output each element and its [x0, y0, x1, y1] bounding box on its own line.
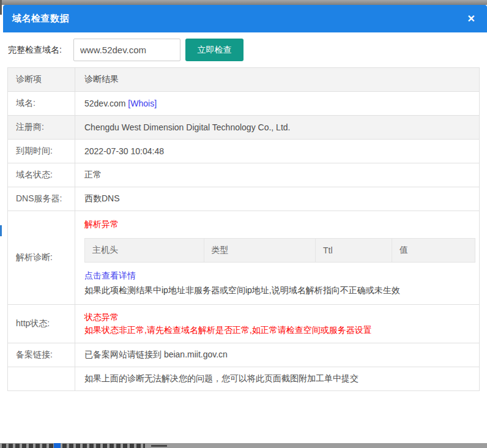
check-form: 完整检查域名: 立即检查 — [3, 32, 487, 67]
dns-records-header-row: 主机头 类型 Ttl 值 — [85, 239, 475, 263]
background-page-corner-fragment — [0, 0, 2, 15]
modal-title: 域名检查数据 — [12, 13, 69, 24]
resolve-status: 解析异常 — [84, 219, 473, 230]
whois-link[interactable]: [Whois] — [128, 99, 157, 108]
row-label: 域名状态: — [8, 163, 75, 187]
close-icon[interactable]: ✕ — [465, 13, 478, 25]
row-label: 到期时间: — [8, 140, 75, 163]
http-status: 状态异常 — [84, 311, 473, 324]
table-row-beian: 备案链接: 已备案网站请链接到 beian.miit.gov.cn — [8, 343, 480, 367]
column-header-item: 诊断项 — [8, 68, 75, 92]
table-row-http: http状态: 状态异常 如果状态非正常,请先检查域名解析是否正常,如正常请检查… — [8, 305, 480, 343]
modal-header: 域名检查数据 ✕ — [3, 5, 487, 32]
background-page-bottom-strip — [0, 443, 487, 448]
table-row-resolve: 解析诊断: 解析异常 主机头 类型 Ttl 值 点击查看详情 如果此项检测结果中… — [8, 211, 480, 305]
background-page-top-strip — [0, 0, 487, 5]
column-ttl: Ttl — [316, 239, 392, 263]
http-note: 如果状态非正常,请先检查域名解析是否正常,如正常请检查空间或服务器设置 — [84, 324, 473, 337]
column-header-result: 诊断结果 — [75, 68, 480, 92]
beian-value: 已备案网站请链接到 beian.miit.gov.cn — [75, 343, 480, 367]
http-result-cell: 状态异常 如果状态非正常,请先检查域名解析是否正常,如正常请检查空间或服务器设置 — [75, 305, 480, 343]
row-label: 注册商: — [8, 116, 75, 140]
clipped-blue-icon — [54, 443, 61, 448]
domain-input-label: 完整检查域名: — [8, 45, 73, 56]
diagnostics-table: 诊断项 诊断结果 域名: 52dev.com [Whois] 注册商: Chen… — [7, 67, 480, 391]
domain-value: 52dev.com — [84, 99, 125, 108]
check-now-button[interactable]: 立即检查 — [185, 39, 244, 61]
column-type: 类型 — [204, 239, 315, 263]
dns-value: 西数DNS — [75, 187, 480, 211]
row-label — [8, 367, 75, 391]
row-label: 解析诊断: — [8, 211, 75, 305]
column-host: 主机头 — [85, 239, 204, 263]
footer-note: 如果上面的诊断无法解决您的问题，您可以将此页面截图附加工单中提交 — [75, 367, 480, 391]
row-label: 备案链接: — [8, 343, 75, 367]
table-header-row: 诊断项 诊断结果 — [8, 68, 480, 92]
domain-status-value: 正常 — [75, 163, 480, 187]
row-label: http状态: — [8, 305, 75, 343]
domain-input[interactable] — [73, 39, 180, 61]
resolve-result-cell: 解析异常 主机头 类型 Ttl 值 点击查看详情 如果此项检测结果中ip地址非服… — [75, 211, 480, 305]
clipped-text-fragments — [2, 444, 145, 448]
table-row-domain: 域名: 52dev.com [Whois] — [8, 92, 480, 116]
column-value: 值 — [392, 239, 475, 263]
row-label: DNS服务器: — [8, 187, 75, 211]
table-row-footer: 如果上面的诊断无法解决您的问题，您可以将此页面截图附加工单中提交 — [8, 367, 480, 391]
table-row-registrar: 注册商: Chengdu West Dimension Digital Tech… — [8, 116, 480, 140]
table-row-status: 域名状态: 正常 — [8, 163, 480, 187]
registrar-value: Chengdu West Dimension Digital Technolog… — [75, 116, 480, 140]
view-details-link[interactable]: 点击查看详情 — [84, 271, 136, 282]
expire-value: 2022-07-30 10:04:48 — [75, 140, 480, 163]
dns-records-table: 主机头 类型 Ttl 值 — [84, 238, 475, 263]
row-label: 域名: — [8, 92, 75, 116]
row-value: 52dev.com [Whois] — [75, 92, 480, 116]
table-row-expire: 到期时间: 2022-07-30 10:04:48 — [8, 140, 480, 163]
clipped-dash-fragment — [151, 445, 167, 447]
resolve-note: 如果此项检测结果中ip地址非服务器或空间ip地址,说明域名解析指向不正确或未生效 — [84, 284, 473, 296]
background-page-blue-fragment — [0, 225, 2, 236]
table-row-dns: DNS服务器: 西数DNS — [8, 187, 480, 211]
domain-check-modal: 域名检查数据 ✕ 完整检查域名: 立即检查 诊断项 诊断结果 域名: 52dev… — [3, 5, 487, 443]
